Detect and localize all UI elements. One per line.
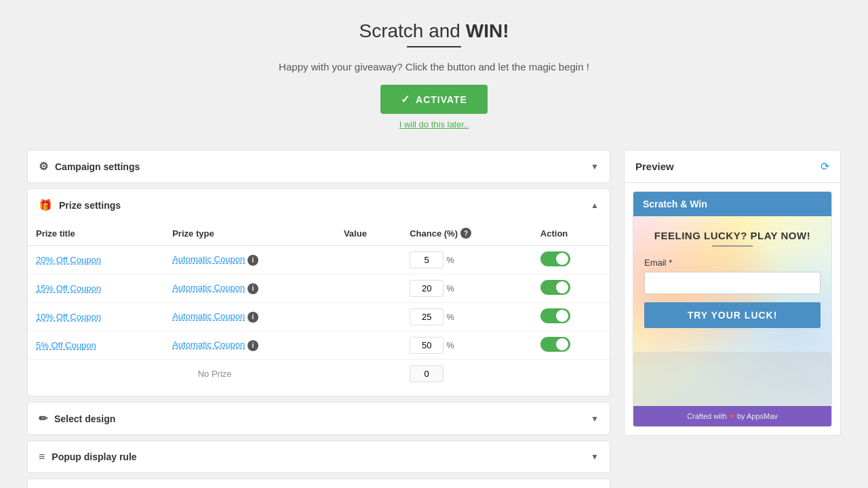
prize-title-4[interactable]: 5% Off Coupon xyxy=(36,340,96,350)
chance-input-1[interactable] xyxy=(410,251,443,268)
table-row: 15% Off Coupon Automatic Coupon i xyxy=(28,274,610,303)
preview-widget: Scratch & Win FEELING LUCKY? PLAY NOW! E… xyxy=(633,191,832,427)
prize-settings-chevron: ▲ xyxy=(591,201,599,210)
prize-value-3 xyxy=(336,303,401,331)
percent-2: % xyxy=(446,283,454,293)
prize-value-1 xyxy=(336,246,401,274)
widget-body: FEELING LUCKY? PLAY NOW! Email * TRY YOU… xyxy=(633,216,831,406)
table-row: 5% Off Coupon Automatic Coupon i xyxy=(28,331,610,360)
no-prize-row: No Prize xyxy=(28,360,610,388)
activate-button[interactable]: ✓ ACTIVATE xyxy=(380,85,488,114)
col-action: Action xyxy=(532,221,610,246)
chance-info-icon[interactable]: ? xyxy=(460,228,471,239)
widget-top-bar: Scratch & Win xyxy=(633,192,831,216)
footer-crafted-text: Crafted with xyxy=(687,412,727,420)
later-link[interactable]: I will do this later.. xyxy=(27,119,841,129)
chance-input-3[interactable] xyxy=(410,308,443,325)
prize-value-4 xyxy=(336,331,401,360)
page-subtitle: Happy with your giveaway? Click the butt… xyxy=(27,61,841,73)
popup-display-rule-chevron: ▼ xyxy=(591,452,599,462)
prize-settings-section: 🎁 Prize settings ▲ Prize title Prize typ… xyxy=(27,188,610,396)
popup-display-rule-section: ≡ Popup display rule ▼ xyxy=(27,441,610,473)
select-design-header[interactable]: ✏ Select design ▼ xyxy=(28,403,610,434)
col-chance: Chance (%) ? xyxy=(401,221,532,246)
widget-try-button[interactable]: TRY YOUR LUCK! xyxy=(644,302,821,328)
scratch-overlay xyxy=(633,352,831,406)
widget-content: FEELING LUCKY? PLAY NOW! Email * TRY YOU… xyxy=(644,230,821,328)
page-title: Scratch and WIN! xyxy=(27,20,841,42)
widget-email-input[interactable] xyxy=(644,272,821,294)
gear-icon: ⚙ xyxy=(39,160,48,173)
chance-input-4[interactable] xyxy=(410,337,443,354)
col-prize-title: Prize title xyxy=(28,221,164,246)
select-design-label: Select design xyxy=(54,413,115,424)
col-prize-type: Prize type xyxy=(164,221,336,246)
gift-icon: 🎁 xyxy=(39,199,52,211)
refer-play-again-section: ↻ Refer to play again ▼ xyxy=(27,479,610,488)
refer-play-again-header[interactable]: ↻ Refer to play again ▼ xyxy=(28,479,610,488)
left-panel: ⚙ Campaign settings ▼ 🎁 Prize settings ▲ xyxy=(27,150,610,488)
widget-email-label: Email * xyxy=(644,258,821,268)
campaign-settings-label: Campaign settings xyxy=(55,161,140,172)
prize-type-4[interactable]: Automatic Coupon xyxy=(172,340,245,350)
toggle-4[interactable] xyxy=(540,337,570,352)
sliders-icon: ≡ xyxy=(39,451,45,463)
preview-refresh-icon[interactable]: ⟳ xyxy=(821,160,829,173)
toggle-1[interactable] xyxy=(540,251,570,266)
select-design-chevron: ▼ xyxy=(591,414,599,424)
chance-input-2[interactable] xyxy=(410,280,443,297)
no-prize-label: No Prize xyxy=(28,360,401,388)
table-row: 10% Off Coupon Automatic Coupon i xyxy=(28,303,610,331)
title-underline xyxy=(407,46,461,47)
check-icon: ✓ xyxy=(401,93,410,106)
prize-value-2 xyxy=(336,274,401,303)
popup-display-rule-header[interactable]: ≡ Popup display rule ▼ xyxy=(28,441,610,472)
prize-type-1[interactable]: Automatic Coupon xyxy=(172,254,245,264)
campaign-settings-section: ⚙ Campaign settings ▼ xyxy=(27,150,610,183)
percent-4: % xyxy=(446,340,454,350)
footer-by-text: by AppsMav xyxy=(737,412,778,420)
page-header: Scratch and WIN! Happy with your giveawa… xyxy=(27,20,841,129)
percent-3: % xyxy=(446,312,454,322)
percent-1: % xyxy=(446,255,454,265)
select-design-section: ✏ Select design ▼ xyxy=(27,402,610,435)
prize-settings-body: Prize title Prize type Value Chance (%) … xyxy=(28,221,610,396)
toggle-2[interactable] xyxy=(540,280,570,295)
table-row: 20% Off Coupon Automatic Coupon i xyxy=(28,246,610,274)
prize-type-2[interactable]: Automatic Coupon xyxy=(172,283,245,293)
heart-icon: ♥ xyxy=(730,411,734,421)
widget-footer: Crafted with ♥ by AppsMav xyxy=(633,406,831,426)
preview-header: Preview ⟳ xyxy=(625,150,840,183)
prize-table: Prize title Prize type Value Chance (%) … xyxy=(28,221,610,388)
required-star: * xyxy=(669,258,672,268)
prize-settings-header[interactable]: 🎁 Prize settings ▲ xyxy=(28,189,610,221)
widget-play-text: FEELING LUCKY? PLAY NOW! xyxy=(644,230,821,241)
prize-settings-label: Prize settings xyxy=(59,200,121,211)
prize-title-2[interactable]: 15% Off Coupon xyxy=(36,283,101,293)
prize-type-info-3[interactable]: i xyxy=(248,312,258,323)
main-content: ⚙ Campaign settings ▼ 🎁 Prize settings ▲ xyxy=(27,150,841,488)
prize-type-info-4[interactable]: i xyxy=(248,340,258,351)
prize-title-1[interactable]: 20% Off Coupon xyxy=(36,255,101,265)
prize-type-info-1[interactable]: i xyxy=(248,255,258,266)
prize-type-3[interactable]: Automatic Coupon xyxy=(172,311,245,321)
toggle-3[interactable] xyxy=(540,308,570,323)
campaign-settings-header[interactable]: ⚙ Campaign settings ▼ xyxy=(28,150,610,182)
no-prize-chance-input[interactable] xyxy=(410,365,443,382)
preview-title: Preview xyxy=(635,161,674,172)
pencil-icon: ✏ xyxy=(39,412,47,425)
campaign-settings-chevron: ▼ xyxy=(591,162,599,171)
col-value: Value xyxy=(336,221,401,246)
widget-divider xyxy=(712,245,753,247)
no-prize-action xyxy=(532,360,610,388)
popup-display-rule-label: Popup display rule xyxy=(52,451,136,462)
prize-title-3[interactable]: 10% Off Coupon xyxy=(36,312,101,322)
prize-type-info-2[interactable]: i xyxy=(248,283,258,294)
preview-panel: Preview ⟳ Scratch & Win FEELING LUCKY? P… xyxy=(624,150,841,436)
